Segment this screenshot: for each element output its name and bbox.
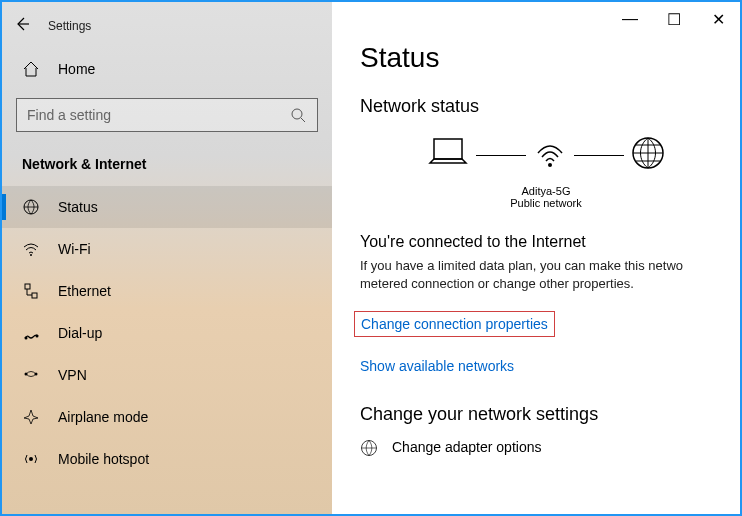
- laptop-icon: [424, 133, 472, 177]
- change-network-settings-title: Change your network settings: [360, 404, 712, 425]
- home-icon: [22, 60, 40, 78]
- minimize-button[interactable]: —: [620, 10, 640, 29]
- home-nav[interactable]: Home: [2, 42, 332, 92]
- airplane-icon: [22, 408, 40, 426]
- main-content: — ☐ ✕ Status Network status Aditya-5G Pu…: [332, 2, 740, 514]
- window-controls: — ☐ ✕: [620, 10, 728, 29]
- svg-rect-12: [434, 139, 462, 159]
- sidebar-item-label: Status: [58, 199, 98, 215]
- sidebar-item-hotspot[interactable]: Mobile hotspot: [2, 438, 332, 480]
- connected-title: You're connected to the Internet: [360, 233, 712, 251]
- network-name: Aditya-5G: [380, 185, 712, 197]
- titlebar: Settings: [2, 10, 332, 42]
- sidebar-item-status[interactable]: Status: [2, 186, 332, 228]
- change-connection-properties-link[interactable]: Change connection properties: [354, 311, 555, 337]
- sidebar-item-label: Airplane mode: [58, 409, 148, 425]
- window-title: Settings: [48, 19, 91, 33]
- category-title: Network & Internet: [2, 150, 332, 186]
- wifi-icon: [22, 240, 40, 258]
- status-icon: [22, 198, 40, 216]
- network-diagram: [380, 133, 712, 177]
- sidebar-item-label: Mobile hotspot: [58, 451, 149, 467]
- globe-diagram-icon: [628, 133, 668, 177]
- network-caption: Aditya-5G Public network: [380, 185, 712, 209]
- wifi-diagram-icon: [530, 133, 570, 177]
- page-title: Status: [360, 42, 712, 74]
- sidebar-item-airplane[interactable]: Airplane mode: [2, 396, 332, 438]
- svg-point-1: [292, 109, 302, 119]
- search-input[interactable]: Find a setting: [16, 98, 318, 132]
- network-type: Public network: [380, 197, 712, 209]
- globe-icon: [360, 439, 378, 457]
- hotspot-icon: [22, 450, 40, 468]
- svg-point-7: [25, 337, 28, 340]
- maximize-button[interactable]: ☐: [664, 10, 684, 29]
- vpn-icon: [22, 366, 40, 384]
- svg-point-13: [548, 163, 552, 167]
- sidebar-item-ethernet[interactable]: Ethernet: [2, 270, 332, 312]
- svg-rect-5: [25, 284, 30, 289]
- change-adapter-option[interactable]: Change adapter options: [360, 439, 712, 457]
- show-available-networks-link[interactable]: Show available networks: [360, 358, 514, 374]
- svg-rect-6: [32, 293, 37, 298]
- svg-line-2: [301, 118, 305, 122]
- close-button[interactable]: ✕: [708, 10, 728, 29]
- home-label: Home: [58, 61, 95, 77]
- sidebar-item-vpn[interactable]: VPN: [2, 354, 332, 396]
- svg-point-4: [30, 254, 32, 256]
- sidebar: Settings Home Find a setting Network & I…: [2, 2, 332, 514]
- svg-point-11: [29, 457, 33, 461]
- sidebar-item-dialup[interactable]: Dial-up: [2, 312, 332, 354]
- sidebar-item-wifi[interactable]: Wi-Fi: [2, 228, 332, 270]
- sidebar-item-label: Ethernet: [58, 283, 111, 299]
- connected-text: If you have a limited data plan, you can…: [360, 257, 712, 293]
- svg-point-8: [36, 335, 39, 338]
- sidebar-item-label: VPN: [58, 367, 87, 383]
- sidebar-item-label: Dial-up: [58, 325, 102, 341]
- search-icon: [289, 106, 307, 124]
- back-button[interactable]: [14, 16, 30, 37]
- dialup-icon: [22, 324, 40, 342]
- sidebar-item-label: Wi-Fi: [58, 241, 91, 257]
- adapter-option-title: Change adapter options: [392, 439, 541, 455]
- network-status-title: Network status: [360, 96, 712, 117]
- search-placeholder: Find a setting: [27, 107, 111, 123]
- ethernet-icon: [22, 282, 40, 300]
